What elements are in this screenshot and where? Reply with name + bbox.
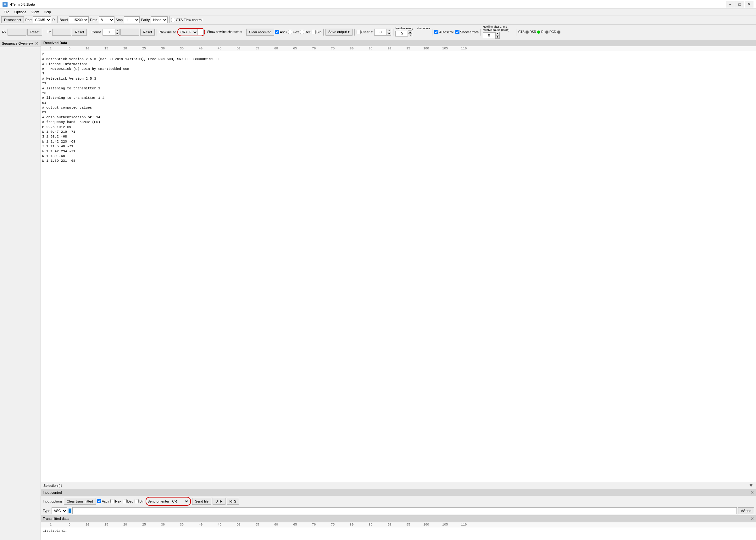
right-panel: Received Data 1 5 10 15 20 25 30 35 40 4… <box>41 40 756 540</box>
newline-after-label: Newline after ... ms receive pause (0=of… <box>483 26 514 32</box>
dtr-button[interactable]: DTR <box>213 498 226 505</box>
sequence-close[interactable]: ✕ <box>35 41 39 46</box>
ic-bin-checkbox[interactable] <box>135 499 139 503</box>
reset-rx-button[interactable]: Reset <box>27 29 42 36</box>
dec-label: Dec <box>305 30 311 34</box>
newline-every-label: Newline every ... characters <box>395 27 430 30</box>
newline-extra[interactable] <box>197 29 204 35</box>
received-data-header: Received Data <box>41 40 756 46</box>
bin-label: Bin <box>316 30 321 34</box>
ic-options-label: Input options <box>43 499 62 503</box>
main-container: Sequence Overview ✕ Received Data 1 5 10… <box>0 40 756 540</box>
data-select[interactable]: 8 <box>99 16 114 23</box>
cts-flow-label: CTS Flow control <box>176 18 202 22</box>
autoscroll-checkbox[interactable] <box>434 30 438 34</box>
ic-ascii-group: Ascii <box>97 499 109 503</box>
count-down[interactable]: ▼ <box>115 32 120 36</box>
show-errors-checkbox[interactable] <box>455 30 460 34</box>
ascii-checkbox[interactable] <box>275 30 279 34</box>
newline-every-input[interactable] <box>395 31 408 37</box>
newline-select[interactable]: CR+LF CR LF None <box>179 29 197 36</box>
sep1 <box>57 16 57 23</box>
menu-bar: File Options View Help <box>0 9 756 15</box>
ic-type-row: Type ASC HEX ASend <box>41 507 756 515</box>
dsr-led <box>537 31 540 34</box>
menu-options[interactable]: Options <box>12 9 29 15</box>
reset-count-button[interactable]: Reset <box>140 29 155 36</box>
baud-label: Baud <box>60 18 68 22</box>
minimize-button[interactable]: − <box>726 1 735 8</box>
hex-checkbox[interactable] <box>288 30 292 34</box>
rts-button[interactable]: RTS <box>227 498 239 505</box>
asend-button[interactable]: ASend <box>738 507 754 514</box>
maximize-button[interactable]: □ <box>735 1 744 8</box>
clear-transmitted-button[interactable]: Clear transmitted <box>64 498 96 505</box>
selection-text: Selection (-) <box>44 484 62 487</box>
show-newline-group: Show newline characters <box>207 30 242 34</box>
parity-select[interactable]: None <box>151 16 167 23</box>
sequence-header: Sequence Overview ✕ <box>0 40 41 47</box>
clear-received-button[interactable]: Clear received <box>246 29 274 36</box>
menu-help[interactable]: Help <box>41 9 54 15</box>
sep10 <box>432 29 432 36</box>
clear-at-down[interactable]: ▼ <box>387 32 391 36</box>
count-input[interactable] <box>103 29 115 36</box>
newline-after-down[interactable]: ▼ <box>495 35 500 39</box>
received-terminal[interactable]: r# MeteoStick Version 2.5.3 (Mar 30 2019… <box>41 51 756 482</box>
newline-after-up[interactable]: ▲ <box>495 32 500 35</box>
type-select[interactable]: ASC HEX <box>52 507 67 514</box>
cts-flow-checkbox[interactable] <box>171 18 175 22</box>
ic-bin-group: Bin <box>135 499 144 503</box>
toolbar-row-1: Disconnect Port COM5 R Baud 115200 Data … <box>0 15 756 25</box>
sep6 <box>244 29 244 36</box>
port-select[interactable]: COM5 <box>33 16 51 23</box>
dec-checkbox[interactable] <box>300 30 304 34</box>
count-label: Count <box>91 30 101 34</box>
baud-select[interactable]: 115200 <box>69 16 89 23</box>
tx-label: Tx <box>47 30 51 34</box>
trans-close[interactable]: ✕ <box>750 516 754 521</box>
ic-hex-checkbox[interactable] <box>110 499 114 503</box>
count-up[interactable]: ▲ <box>115 29 120 32</box>
clear-at-checkbox[interactable] <box>357 30 361 34</box>
stop-select[interactable]: 1 <box>124 16 140 23</box>
ic-close[interactable]: ✕ <box>750 490 754 495</box>
send-on-enter-select[interactable]: CR LF CR+LF None <box>170 498 189 505</box>
hex-label: Hex <box>293 30 299 34</box>
newline-after-group: Newline after ... ms receive pause (0=of… <box>483 26 514 39</box>
bin-checkbox[interactable] <box>312 30 316 34</box>
trans-terminal[interactable]: t1↓t3↓o1↓m1↓ <box>41 527 756 540</box>
selection-bar: Selection (-) ▼ <box>41 482 756 489</box>
clear-at-group: Clear at <box>357 30 374 34</box>
newline-after-input[interactable] <box>483 32 495 38</box>
ic-header: Input control ✕ <box>41 489 756 496</box>
title-bar: H HTerm 0.8.1beta − □ ✕ <box>0 0 756 9</box>
trans-ruler: 1 5 10 15 20 25 30 35 40 45 50 55 60 65 … <box>41 522 756 527</box>
ri-led <box>545 31 548 34</box>
scroll-indicator: ▼ <box>748 483 753 488</box>
close-button[interactable]: ✕ <box>745 1 753 8</box>
newline-every-down[interactable]: ▼ <box>408 34 412 37</box>
ic-dec-checkbox[interactable] <box>123 499 127 503</box>
count-value2: 0 <box>120 29 139 36</box>
menu-file[interactable]: File <box>1 9 12 15</box>
parity-label: Parity <box>141 18 150 22</box>
reset-tx-button[interactable]: Reset <box>72 29 87 36</box>
clear-at-up[interactable]: ▲ <box>387 29 391 32</box>
disconnect-button[interactable]: Disconnect <box>1 16 24 23</box>
ri-label: RI <box>541 30 544 34</box>
window-title: HTerm 0.8.1beta <box>9 3 726 6</box>
menu-view[interactable]: View <box>29 9 42 15</box>
data-label: Data <box>90 18 97 22</box>
input-field[interactable] <box>72 507 737 514</box>
save-output-button[interactable]: Save output ▾ <box>325 29 353 36</box>
newline-every-up[interactable]: ▲ <box>408 30 412 34</box>
ic-hex-label: Hex <box>115 499 121 503</box>
send-file-button[interactable]: Send file <box>192 498 211 505</box>
clear-at-input[interactable] <box>374 29 387 36</box>
cursor <box>68 508 71 513</box>
rx-value: 19003 <box>8 29 26 36</box>
clear-at-label: Clear at <box>361 30 374 34</box>
ic-ascii-checkbox[interactable] <box>97 499 101 503</box>
dcd-led <box>557 31 560 34</box>
